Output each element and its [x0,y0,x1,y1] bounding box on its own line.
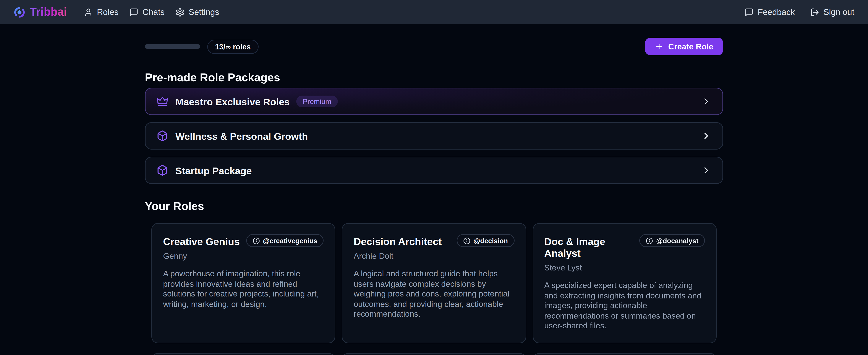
package-label: Maestro Exclusive Roles [176,96,290,107]
role-cards-container: Creative Genius @creativegenius Genny A … [145,223,723,355]
package-row-wellness[interactable]: Wellness & Personal Growth [145,122,723,150]
nav-item-chats[interactable]: Chats [129,7,164,17]
role-handle-badge[interactable]: @docanalyst [639,234,705,247]
role-description: A powerhouse of imagination, this role p… [163,269,324,310]
brand[interactable]: Tribbai [13,6,67,19]
nav-item-label: Settings [189,7,219,17]
create-role-label: Create Role [668,42,713,51]
package-label: Wellness & Personal Growth [176,130,308,142]
nav-item-sign-out[interactable]: Sign out [810,7,855,17]
nav-item-label: Feedback [758,7,795,17]
nav-item-feedback[interactable]: Feedback [745,7,795,17]
roles-toolbar: 13/∞ roles Create Role [145,38,723,55]
chevron-right-icon [701,96,711,107]
crown-icon [157,96,168,107]
role-handle-badge[interactable]: @decision [457,234,514,247]
nav-right: Feedback Sign out [745,7,855,17]
role-subtitle: Genny [163,252,324,261]
brand-logo-icon [13,6,25,18]
role-handle: @creativegenius [263,237,317,244]
app-root: Tribbai Roles Chats [0,0,868,355]
role-title: Doc & Image Analyst [544,236,639,260]
nav-items: Roles Chats Settings [84,7,219,17]
nav-item-label: Roles [97,7,119,17]
brand-name: Tribbai [30,6,67,19]
role-subtitle: Steve Lyst [544,263,705,272]
your-roles-section-title: Your Roles [145,200,723,213]
info-icon [646,237,653,244]
roles-count-badge: 13/∞ roles [207,39,258,54]
package-label: Startup Package [176,165,252,176]
card-header: Decision Architect @decision [354,234,514,248]
card-header: Creative Genius @creativegenius [163,234,324,248]
chevron-right-icon [701,165,711,176]
packages-section-title: Pre-made Role Packages [145,71,723,85]
role-description: A specialized expert capable of analyzin… [544,281,705,332]
role-title: Decision Architect [354,236,442,248]
info-icon [252,237,260,244]
package-icon [157,130,168,142]
nav-item-roles[interactable]: Roles [84,7,119,17]
role-card-stub[interactable] [342,353,526,355]
nav-item-label: Chats [143,7,164,17]
role-handle: @docanalyst [656,237,699,244]
role-card-decision-architect[interactable]: Decision Architect @decision Archie Doit… [342,223,526,343]
role-subtitle: Archie Doit [354,252,514,261]
nav-item-label: Sign out [824,7,855,17]
sign-out-icon [810,7,819,17]
role-card-stub[interactable] [151,353,336,355]
chat-icon [129,7,138,17]
info-icon [463,237,470,244]
role-title: Creative Genius [163,236,240,248]
package-icon [157,165,168,176]
card-header: Doc & Image Analyst @docanalyst [544,234,705,260]
create-role-button[interactable]: Create Role [645,38,723,55]
role-handle: @decision [473,237,508,244]
user-icon [84,7,93,17]
package-row-startup[interactable]: Startup Package [145,157,723,184]
chevron-right-icon [701,131,711,141]
role-cards-next-row [151,353,717,355]
main-content: 13/∞ roles Create Role Pre-made Role Pac… [145,38,723,355]
premium-badge: Premium [296,96,338,107]
role-description: A logical and structured guide that help… [354,269,514,320]
role-card-doc-image-analyst[interactable]: Doc & Image Analyst @docanalyst Steve Ly… [532,223,717,343]
role-card-creative-genius[interactable]: Creative Genius @creativegenius Genny A … [151,223,336,343]
role-cards-grid: Creative Genius @creativegenius Genny A … [151,223,717,343]
feedback-icon [745,7,754,17]
top-nav: Tribbai Roles Chats [0,0,868,24]
roles-usage-progress-bar [145,44,200,49]
nav-item-settings[interactable]: Settings [176,7,219,17]
package-row-maestro[interactable]: Maestro Exclusive Roles Premium [145,88,723,115]
role-handle-badge[interactable]: @creativegenius [246,234,324,247]
role-card-stub[interactable] [532,353,717,355]
gear-icon [176,7,185,17]
plus-icon [655,42,663,51]
